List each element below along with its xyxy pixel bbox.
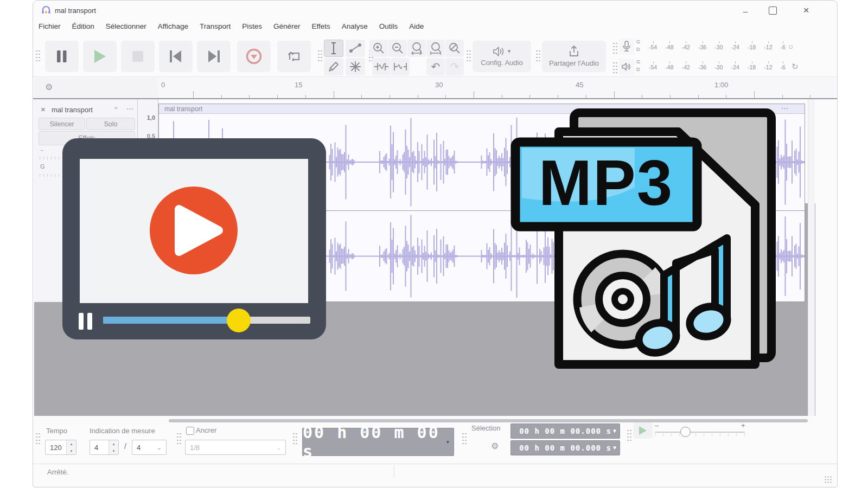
snap-value-select[interactable]: 1/8 ⌄ [185, 440, 286, 455]
menu-aide[interactable]: Aide [408, 20, 425, 33]
time-grip[interactable] [292, 432, 297, 446]
transport-toolbar-grip[interactable] [35, 49, 40, 63]
audio-setup-button[interactable]: ▾ Config. Audio [473, 41, 531, 72]
zoom-fit-button[interactable] [426, 40, 445, 57]
ts-down-icon[interactable]: ▼ [109, 447, 118, 454]
record-meter-grip[interactable] [612, 42, 617, 54]
play-meter-grip[interactable] [612, 61, 617, 73]
timeline-label-100: 1:00 [714, 81, 728, 89]
pause-button[interactable] [45, 41, 79, 72]
time-format-caret-icon[interactable]: ▾ [446, 438, 451, 446]
envelope-tool-button[interactable] [346, 40, 365, 57]
timesig-lower-select[interactable]: 4 ⌄ [132, 440, 167, 455]
pan-slider-label: G [40, 163, 45, 170]
timeline-gear-icon[interactable]: ⚙ [45, 82, 53, 92]
microphone-icon [622, 41, 631, 53]
tools-toolbar-grip[interactable] [317, 49, 322, 63]
redo-icon: ↷ [450, 60, 459, 73]
tempo-up-icon[interactable]: ▲ [67, 440, 76, 447]
snap-checkbox[interactable] [186, 427, 194, 435]
pencil-icon [328, 61, 340, 73]
maximize-button[interactable] [769, 7, 777, 15]
zoom-fit-icon [430, 42, 442, 55]
minimize-button[interactable]: – [738, 6, 752, 16]
stop-button[interactable] [121, 41, 155, 72]
toolbar-divider [33, 76, 837, 77]
horizontal-scrollbar-thumb[interactable] [169, 419, 808, 422]
menu-generer[interactable]: Générer [272, 20, 302, 33]
timeline-ruler[interactable]: 0 15 30 45 1:00 [158, 78, 837, 99]
speed-slider-thumb[interactable] [680, 427, 691, 437]
play-meter-icon-btn[interactable] [619, 59, 634, 75]
tempo-down-icon[interactable]: ▼ [67, 447, 76, 454]
multi-tool-button[interactable] [346, 58, 365, 75]
menu-effets[interactable]: Effets [310, 20, 331, 33]
selection-tool-button[interactable] [324, 40, 343, 57]
play-meter-scale[interactable]: -54-48 -42-36 -30-24 -18-12 -6 [649, 64, 786, 70]
track-menu-icon[interactable]: ⋯ [126, 105, 133, 113]
menu-fichier[interactable]: Fichier [37, 20, 62, 33]
trim-audio-icon [374, 62, 388, 72]
loop-button[interactable] [277, 41, 311, 72]
selection-end-field[interactable]: 00 h 00 m 00.000 s ▼ [510, 440, 620, 455]
audio-setup-grip[interactable] [466, 49, 471, 63]
track-close-icon[interactable]: × [41, 105, 46, 114]
solo-button[interactable]: Solo [86, 118, 135, 130]
zoom-toggle-button[interactable] [445, 40, 464, 57]
time-signature-grip[interactable] [35, 432, 40, 446]
speed-slider-track[interactable] [655, 432, 745, 433]
skip-to-start-button[interactable] [159, 41, 193, 72]
record-meter-icon-btn[interactable] [619, 38, 634, 55]
track-name[interactable]: mal transport [52, 106, 93, 114]
time-display[interactable]: 00 h 00 m 00 s ▾ [302, 428, 454, 456]
undo-button[interactable]: ↶ [426, 58, 445, 75]
mute-button[interactable]: Silencer [39, 118, 85, 130]
menu-analyse[interactable]: Analyse [341, 20, 369, 33]
zoom-selection-icon [411, 42, 423, 55]
menu-pistes[interactable]: Pistes [241, 20, 263, 33]
close-button[interactable]: × [799, 4, 813, 17]
play-at-speed-button[interactable] [633, 422, 653, 439]
record-icon [246, 48, 262, 65]
selection-label: Sélection [471, 424, 500, 432]
tempo-input[interactable]: 120 ▲▼ [45, 440, 76, 455]
timeline-label-15: 15 [295, 81, 302, 89]
zoom-out-button[interactable] [388, 40, 407, 57]
track-collapse-icon[interactable]: ^ [114, 106, 117, 112]
menu-bar: Fichier Édition Sélectionner Affichage T… [37, 20, 425, 33]
zoom-selection-button[interactable] [407, 40, 426, 57]
trim-audio-button[interactable] [372, 58, 391, 75]
zoom-in-icon [373, 42, 385, 54]
redo-button[interactable]: ↷ [445, 58, 464, 75]
play-icon [93, 49, 106, 63]
menu-affichage[interactable]: Affichage [157, 20, 189, 33]
selection-end-caret-icon[interactable]: ▼ [613, 445, 617, 451]
selection-start-caret-icon[interactable]: ▼ [613, 428, 617, 434]
play-at-speed-grip[interactable] [627, 429, 631, 443]
mp3-banner: MP3 [515, 142, 697, 227]
snapping-grip[interactable] [176, 432, 181, 446]
menu-selectionner[interactable]: Sélectionner [105, 20, 148, 33]
vertical-scrollbar[interactable] [808, 99, 815, 416]
play-button[interactable] [83, 41, 117, 72]
zoom-in-button[interactable] [369, 40, 388, 57]
resize-grip[interactable] [824, 476, 833, 483]
selection-grip[interactable] [462, 432, 467, 446]
video-player-illustration [62, 138, 326, 339]
share-audio-button[interactable]: Partager l'Audio [542, 41, 606, 72]
selection-start-field[interactable]: 00 h 00 m 00.000 s ▼ [510, 423, 620, 439]
ts-up-icon[interactable]: ▲ [109, 440, 118, 447]
record-button[interactable] [237, 41, 271, 72]
skip-to-end-button[interactable] [197, 41, 231, 72]
silence-audio-button[interactable] [391, 58, 410, 75]
tempo-label: Tempo [46, 427, 67, 435]
menu-transport[interactable]: Transport [199, 20, 232, 33]
window-title: mal transport [55, 7, 96, 15]
selection-gear-icon[interactable]: ⚙ [491, 441, 499, 451]
menu-edition[interactable]: Édition [71, 20, 95, 33]
share-grip[interactable] [535, 49, 540, 63]
draw-tool-button[interactable] [324, 58, 343, 75]
record-meter-scale[interactable]: -54-48 -42-36 -30-24 -18-12 -6 [649, 44, 786, 50]
menu-outils[interactable]: Outils [378, 20, 399, 33]
timesig-upper-input[interactable]: 4 ▲▼ [90, 440, 119, 455]
